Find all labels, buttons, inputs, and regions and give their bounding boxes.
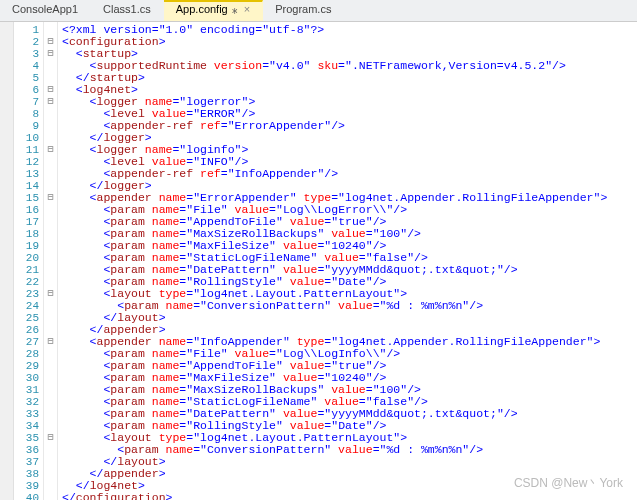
fold-toggle [44,348,57,360]
fold-toggle [44,396,57,408]
fold-toggle [44,252,57,264]
fold-toggle [44,276,57,288]
line-number-gutter: 1234567891011121314151617181920212223242… [14,22,44,500]
fold-toggle [44,480,57,492]
fold-toggle[interactable]: ⊟ [44,96,57,108]
tab-class1[interactable]: Class1.cs [91,0,164,21]
tab-consoleapp1[interactable]: ConsoleApp1 [0,0,91,21]
fold-toggle [44,492,57,500]
fold-toggle [44,444,57,456]
fold-toggle [44,468,57,480]
fold-toggle [44,384,57,396]
fold-toggle [44,408,57,420]
fold-toggle[interactable]: ⊟ [44,144,57,156]
close-icon[interactable]: × [244,3,250,15]
fold-toggle[interactable]: ⊟ [44,288,57,300]
fold-toggle[interactable]: ⊟ [44,36,57,48]
tab-bar: ConsoleApp1 Class1.cs App.config⁎× Progr… [0,0,637,22]
fold-toggle[interactable]: ⊟ [44,336,57,348]
code-line[interactable]: </startup> [62,72,637,84]
fold-toggle [44,264,57,276]
fold-column[interactable]: ⊟⊟ ⊟⊟ ⊟ ⊟ ⊟ ⊟ ⊟ [44,22,58,500]
fold-toggle [44,420,57,432]
fold-toggle[interactable]: ⊟ [44,432,57,444]
fold-toggle [44,300,57,312]
fold-toggle[interactable]: ⊟ [44,192,57,204]
breakpoint-margin[interactable] [0,22,14,500]
fold-toggle [44,360,57,372]
tab-program[interactable]: Program.cs [263,0,344,21]
code-line[interactable]: </configuration> [62,492,637,500]
fold-toggle [44,156,57,168]
fold-toggle [44,456,57,468]
fold-toggle [44,168,57,180]
fold-toggle [44,120,57,132]
pin-icon[interactable]: ⁎ [232,3,238,15]
fold-toggle [44,180,57,192]
code-area[interactable]: <?xml version="1.0" encoding="utf-8"?><c… [58,22,637,500]
fold-toggle [44,72,57,84]
fold-toggle [44,108,57,120]
code-line[interactable]: <configuration> [62,36,637,48]
fold-toggle [44,312,57,324]
fold-toggle [44,60,57,72]
fold-toggle[interactable]: ⊟ [44,48,57,60]
fold-toggle [44,216,57,228]
fold-toggle [44,240,57,252]
fold-toggle [44,228,57,240]
fold-toggle[interactable]: ⊟ [44,84,57,96]
fold-toggle [44,324,57,336]
fold-toggle [44,132,57,144]
fold-toggle [44,204,57,216]
fold-toggle [44,24,57,36]
tab-appconfig[interactable]: App.config⁎× [164,0,263,21]
code-editor[interactable]: 1234567891011121314151617181920212223242… [0,22,637,500]
watermark: CSDN @New丶York [514,475,623,492]
code-line[interactable]: <supportedRuntime version="v4.0" sku=".N… [62,60,637,72]
fold-toggle [44,372,57,384]
